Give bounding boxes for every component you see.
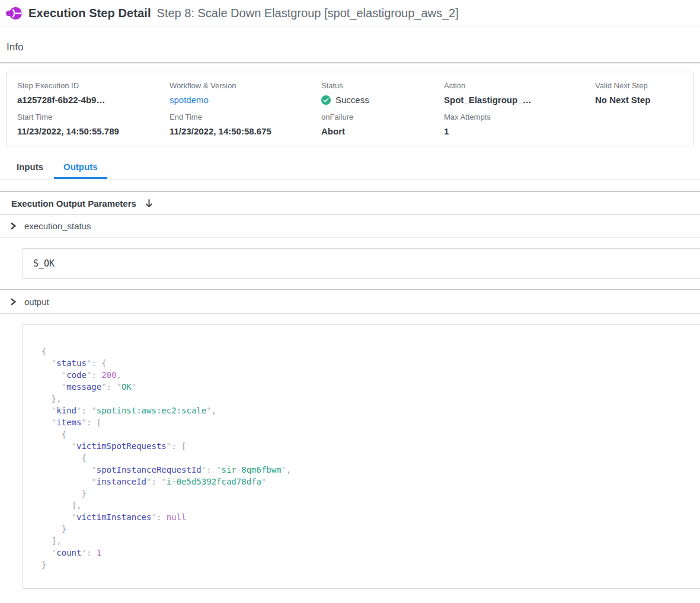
field-status: Status Success (321, 81, 444, 105)
field-value: No Next Step (595, 95, 693, 105)
field-start-time: Start Time 11/23/2022, 14:50:55.789 (17, 113, 170, 136)
field-onfailure: onFailure Abort (321, 113, 444, 136)
status-badge: Success (321, 95, 444, 105)
field-workflow-version: Workflow & Version spotdemo (170, 81, 321, 105)
param-name: execution_status (24, 221, 91, 231)
page-title: Execution Step Detail (28, 7, 151, 20)
field-label: onFailure (321, 113, 444, 121)
field-valid-next-step: Valid Next Step No Next Step (595, 81, 693, 105)
field-label: Workflow & Version (170, 81, 321, 90)
io-tab-bar: Inputs Outputs (0, 155, 700, 179)
page-subtitle: Step 8: Scale Down Elastgroup [spot_elas… (157, 7, 459, 20)
field-label: Action (444, 81, 595, 90)
field-value: 11/23/2022, 14:50:55.789 (17, 126, 170, 136)
field-empty (595, 113, 693, 136)
field-value: a125728f-6b22-4b9… (17, 95, 170, 105)
field-step-execution-id: Step Execution ID a125728f-6b22-4b9… (17, 81, 170, 105)
field-label: Max Attempts (444, 113, 595, 121)
execution-status-value-box: S_OK (23, 248, 700, 279)
field-value: Spot_Elastigroup_… (444, 95, 595, 105)
page-header: Execution Step Detail Step 8: Scale Down… (0, 0, 700, 27)
info-divider (0, 62, 700, 63)
chevron-right-icon (10, 222, 17, 230)
field-max-attempts: Max Attempts 1 (444, 113, 595, 136)
status-text: Success (335, 95, 369, 105)
workflow-link[interactable]: spotdemo (170, 95, 321, 105)
field-label: Valid Next Step (595, 81, 693, 90)
field-label: Step Execution ID (17, 81, 170, 90)
execution-status-value: S_OK (33, 258, 55, 269)
execution-output-parameters-title: Execution Output Parameters (11, 198, 136, 209)
app-logo-icon (6, 5, 22, 21)
tab-outputs[interactable]: Outputs (54, 155, 107, 179)
field-action: Action Spot_Elastigroup_… (444, 81, 595, 105)
output-json-box: { "status": { "code": 200, "message": "O… (23, 324, 700, 589)
field-label: Status (321, 81, 444, 90)
execution-info-card: Step Execution ID a125728f-6b22-4b9… Wor… (6, 72, 694, 146)
field-value: 11/23/2022, 14:50:58.675 (170, 126, 321, 136)
info-section-heading: Info (7, 41, 700, 53)
field-value: Abort (321, 126, 444, 136)
success-check-icon (321, 95, 331, 105)
collapse-all-arrow-down-icon[interactable] (145, 198, 154, 209)
execution-output-parameters-header: Execution Output Parameters (0, 192, 700, 214)
field-end-time: End Time 11/23/2022, 14:50:58.675 (170, 113, 321, 136)
field-value: 1 (444, 126, 595, 136)
tab-inputs[interactable]: Inputs (7, 155, 53, 179)
chevron-right-icon (10, 298, 17, 306)
output-json-code: { "status": { "code": 200, "message": "O… (41, 345, 700, 570)
execution-step-detail-page: { "colors": { "logo_purple": "#b12bd9", … (0, 0, 700, 603)
param-row-output[interactable]: output (0, 290, 700, 314)
field-label: Start Time (17, 113, 170, 121)
field-label: End Time (170, 113, 321, 121)
param-row-execution-status[interactable]: execution_status (0, 214, 700, 238)
param-name: output (24, 297, 49, 307)
